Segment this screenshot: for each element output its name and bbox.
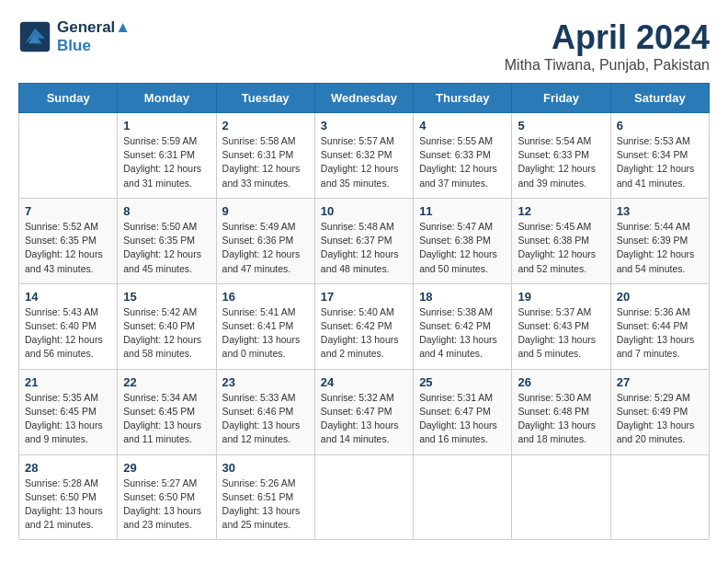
calendar-cell: 15Sunrise: 5:42 AM Sunset: 6:40 PM Dayli… — [118, 283, 216, 369]
day-info: Sunrise: 5:59 AM Sunset: 6:31 PM Dayligh… — [123, 134, 210, 190]
day-info: Sunrise: 5:34 AM Sunset: 6:45 PM Dayligh… — [123, 391, 210, 447]
header-sunday: Sunday — [19, 84, 118, 113]
header-thursday: Thursday — [414, 84, 512, 113]
logo-icon — [18, 20, 51, 53]
calendar-cell: 17Sunrise: 5:40 AM Sunset: 6:42 PM Dayli… — [314, 283, 413, 369]
day-number: 25 — [419, 375, 506, 389]
day-number: 30 — [222, 461, 309, 475]
day-number: 26 — [518, 375, 604, 389]
calendar-week-row: 1Sunrise: 5:59 AM Sunset: 6:31 PM Daylig… — [19, 113, 710, 199]
day-info: Sunrise: 5:57 AM Sunset: 6:32 PM Dayligh… — [321, 134, 407, 190]
day-number: 16 — [222, 290, 309, 304]
header-friday: Friday — [512, 84, 610, 113]
day-number: 10 — [321, 204, 407, 218]
day-number: 29 — [123, 461, 210, 475]
main-title: April 2024 — [505, 18, 710, 57]
calendar-cell: 30Sunrise: 5:26 AM Sunset: 6:51 PM Dayli… — [216, 454, 314, 540]
calendar-cell — [610, 454, 709, 540]
day-number: 27 — [617, 375, 703, 389]
day-info: Sunrise: 5:58 AM Sunset: 6:31 PM Dayligh… — [222, 134, 309, 190]
page-header: General▲ Blue April 2024 Mitha Tiwana, P… — [18, 18, 710, 74]
day-number: 22 — [123, 375, 210, 389]
day-info: Sunrise: 5:37 AM Sunset: 6:43 PM Dayligh… — [518, 305, 604, 362]
day-info: Sunrise: 5:38 AM Sunset: 6:42 PM Dayligh… — [419, 305, 506, 362]
day-info: Sunrise: 5:47 AM Sunset: 6:38 PM Dayligh… — [419, 220, 506, 276]
day-number: 4 — [419, 119, 506, 132]
day-info: Sunrise: 5:35 AM Sunset: 6:45 PM Dayligh… — [25, 391, 111, 447]
calendar-cell: 16Sunrise: 5:41 AM Sunset: 6:41 PM Dayli… — [216, 283, 314, 369]
day-number: 17 — [321, 290, 407, 304]
day-number: 11 — [419, 204, 506, 218]
day-number: 5 — [518, 119, 604, 132]
header-saturday: Saturday — [610, 84, 709, 113]
day-number: 12 — [518, 204, 604, 218]
calendar-cell: 6Sunrise: 5:53 AM Sunset: 6:34 PM Daylig… — [610, 113, 709, 199]
calendar-cell — [512, 454, 610, 540]
calendar-cell: 11Sunrise: 5:47 AM Sunset: 6:38 PM Dayli… — [414, 198, 512, 283]
day-info: Sunrise: 5:50 AM Sunset: 6:35 PM Dayligh… — [123, 220, 210, 276]
day-info: Sunrise: 5:40 AM Sunset: 6:42 PM Dayligh… — [321, 305, 407, 362]
day-number: 8 — [123, 204, 210, 218]
day-number: 7 — [25, 204, 111, 218]
calendar-week-row: 7Sunrise: 5:52 AM Sunset: 6:35 PM Daylig… — [19, 198, 710, 283]
calendar-week-row: 28Sunrise: 5:28 AM Sunset: 6:50 PM Dayli… — [19, 454, 710, 540]
day-info: Sunrise: 5:52 AM Sunset: 6:35 PM Dayligh… — [25, 220, 111, 276]
day-info: Sunrise: 5:26 AM Sunset: 6:51 PM Dayligh… — [222, 477, 309, 533]
day-info: Sunrise: 5:32 AM Sunset: 6:47 PM Dayligh… — [321, 391, 407, 447]
calendar-cell: 3Sunrise: 5:57 AM Sunset: 6:32 PM Daylig… — [314, 113, 413, 199]
header-tuesday: Tuesday — [216, 84, 314, 113]
day-number: 3 — [321, 119, 407, 132]
day-number: 9 — [222, 204, 309, 218]
calendar-cell: 12Sunrise: 5:45 AM Sunset: 6:38 PM Dayli… — [512, 198, 610, 283]
day-number: 23 — [222, 375, 309, 389]
day-number: 19 — [518, 290, 604, 304]
calendar-cell: 20Sunrise: 5:36 AM Sunset: 6:44 PM Dayli… — [610, 283, 709, 369]
calendar-cell: 26Sunrise: 5:30 AM Sunset: 6:48 PM Dayli… — [512, 369, 610, 454]
day-info: Sunrise: 5:28 AM Sunset: 6:50 PM Dayligh… — [25, 477, 111, 533]
calendar-cell: 24Sunrise: 5:32 AM Sunset: 6:47 PM Dayli… — [314, 369, 413, 454]
day-info: Sunrise: 5:48 AM Sunset: 6:37 PM Dayligh… — [321, 220, 407, 276]
calendar-week-row: 21Sunrise: 5:35 AM Sunset: 6:45 PM Dayli… — [19, 369, 710, 454]
day-number: 14 — [25, 290, 111, 304]
day-number: 15 — [123, 290, 210, 304]
day-number: 20 — [617, 290, 703, 304]
logo-text: General▲ Blue — [57, 18, 131, 55]
day-number: 24 — [321, 375, 407, 389]
day-number: 6 — [617, 119, 703, 132]
calendar-cell: 18Sunrise: 5:38 AM Sunset: 6:42 PM Dayli… — [414, 283, 512, 369]
calendar-cell: 8Sunrise: 5:50 AM Sunset: 6:35 PM Daylig… — [118, 198, 216, 283]
calendar-cell: 27Sunrise: 5:29 AM Sunset: 6:49 PM Dayli… — [610, 369, 709, 454]
calendar-cell: 21Sunrise: 5:35 AM Sunset: 6:45 PM Dayli… — [19, 369, 118, 454]
day-info: Sunrise: 5:27 AM Sunset: 6:50 PM Dayligh… — [123, 477, 210, 533]
day-info: Sunrise: 5:42 AM Sunset: 6:40 PM Dayligh… — [123, 305, 210, 362]
calendar-table: Sunday Monday Tuesday Wednesday Thursday… — [18, 83, 710, 540]
calendar-cell: 22Sunrise: 5:34 AM Sunset: 6:45 PM Dayli… — [118, 369, 216, 454]
calendar-cell: 4Sunrise: 5:55 AM Sunset: 6:33 PM Daylig… — [414, 113, 512, 199]
title-block: April 2024 Mitha Tiwana, Punjab, Pakista… — [505, 18, 710, 74]
day-info: Sunrise: 5:55 AM Sunset: 6:33 PM Dayligh… — [419, 134, 506, 190]
day-info: Sunrise: 5:33 AM Sunset: 6:46 PM Dayligh… — [222, 391, 309, 447]
day-info: Sunrise: 5:53 AM Sunset: 6:34 PM Dayligh… — [617, 134, 703, 190]
calendar-cell — [314, 454, 413, 540]
calendar-cell — [414, 454, 512, 540]
header-monday: Monday — [118, 84, 216, 113]
calendar-header-row: Sunday Monday Tuesday Wednesday Thursday… — [19, 84, 710, 113]
day-number: 28 — [25, 461, 111, 475]
day-info: Sunrise: 5:49 AM Sunset: 6:36 PM Dayligh… — [222, 220, 309, 276]
calendar-cell: 9Sunrise: 5:49 AM Sunset: 6:36 PM Daylig… — [216, 198, 314, 283]
calendar-week-row: 14Sunrise: 5:43 AM Sunset: 6:40 PM Dayli… — [19, 283, 710, 369]
logo: General▲ Blue — [18, 18, 131, 55]
calendar-cell: 13Sunrise: 5:44 AM Sunset: 6:39 PM Dayli… — [610, 198, 709, 283]
calendar-cell — [19, 113, 118, 199]
calendar-cell: 19Sunrise: 5:37 AM Sunset: 6:43 PM Dayli… — [512, 283, 610, 369]
calendar-cell: 14Sunrise: 5:43 AM Sunset: 6:40 PM Dayli… — [19, 283, 118, 369]
day-info: Sunrise: 5:31 AM Sunset: 6:47 PM Dayligh… — [419, 391, 506, 447]
day-info: Sunrise: 5:29 AM Sunset: 6:49 PM Dayligh… — [617, 391, 703, 447]
header-wednesday: Wednesday — [314, 84, 413, 113]
day-number: 1 — [123, 119, 210, 132]
calendar-cell: 10Sunrise: 5:48 AM Sunset: 6:37 PM Dayli… — [314, 198, 413, 283]
day-number: 18 — [419, 290, 506, 304]
day-number: 21 — [25, 375, 111, 389]
calendar-cell: 2Sunrise: 5:58 AM Sunset: 6:31 PM Daylig… — [216, 113, 314, 199]
calendar-cell: 28Sunrise: 5:28 AM Sunset: 6:50 PM Dayli… — [19, 454, 118, 540]
